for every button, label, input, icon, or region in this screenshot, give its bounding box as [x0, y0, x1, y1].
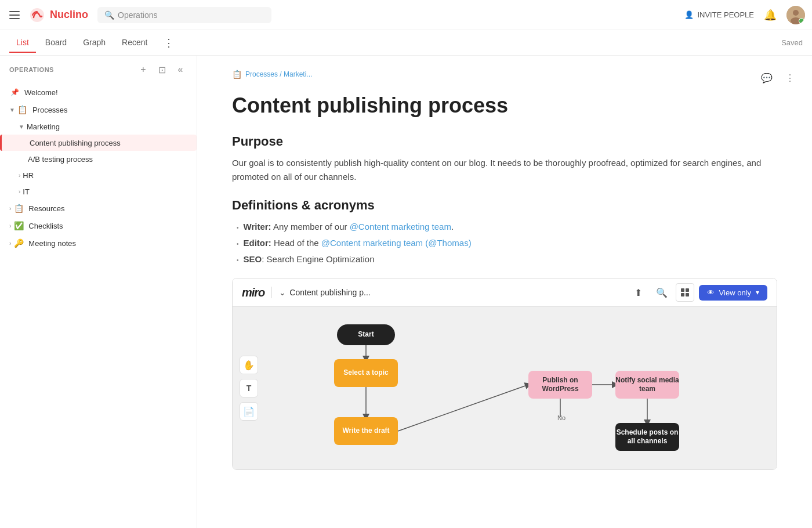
- miro-grid-button[interactable]: [676, 283, 694, 302]
- list-item: • SEO: Search Engine Optimization: [232, 252, 777, 266]
- svg-point-2: [791, 17, 801, 24]
- breadcrumb[interactable]: 📋 Processes / Marketi...: [232, 70, 777, 79]
- invite-people-button[interactable]: 👤 INVITE PEOPLE: [684, 10, 754, 19]
- view-only-button[interactable]: 👁 View only ▾: [699, 285, 767, 301]
- chevron-right-icon: ›: [19, 189, 20, 195]
- miro-toolbar-actions: ⬆ 🔍 👁 View only ▾: [629, 283, 767, 302]
- resources-icon: 📋: [13, 203, 24, 214]
- saved-indicator: Saved: [781, 38, 803, 47]
- tab-board[interactable]: Board: [38, 33, 74, 53]
- sidebar-item-welcome[interactable]: 📌 Welcome!: [0, 84, 197, 101]
- sidebar-item-it[interactable]: › IT: [0, 183, 197, 200]
- chevron-right-icon: ›: [9, 240, 11, 247]
- chevron-right-icon: ›: [19, 172, 20, 179]
- more-options-button[interactable]: ⋮: [782, 70, 798, 86]
- svg-point-1: [793, 10, 799, 16]
- nav-right: 👤 INVITE PEOPLE 🔔: [684, 6, 805, 24]
- miro-canvas: ✋ T 📄: [233, 307, 777, 469]
- sidebar-add-button[interactable]: +: [136, 63, 150, 77]
- flowchart-notify-node: Notify social media team: [615, 371, 679, 399]
- miro-hand-tool[interactable]: ✋: [240, 356, 258, 374]
- miro-text-tool[interactable]: T: [240, 379, 258, 397]
- flowchart-start-node: Start: [337, 324, 395, 345]
- sidebar-item-processes[interactable]: ▼ 📋 Processes: [0, 101, 197, 118]
- processes-icon: 📋: [17, 104, 28, 115]
- chevron-down-icon: ▾: [756, 288, 759, 296]
- flowchart-no-label: No: [557, 414, 566, 421]
- svg-rect-3: [681, 288, 684, 292]
- notifications-button[interactable]: 🔔: [763, 8, 777, 22]
- sidebar-item-marketing[interactable]: ▼ Marketing: [0, 118, 197, 135]
- sidebar-item-content-publishing[interactable]: Content publishing process: [0, 135, 197, 151]
- thomas-link[interactable]: (@Thomas): [425, 238, 471, 248]
- tab-graph[interactable]: Graph: [76, 33, 113, 53]
- sidebar-actions: + ⊡ «: [136, 63, 187, 77]
- miro-sticky-tool[interactable]: 📄: [240, 402, 258, 421]
- user-avatar[interactable]: [786, 6, 805, 24]
- definitions-list: • Writer: Any member of our @Content mar…: [232, 220, 777, 266]
- miro-search-button[interactable]: 🔍: [652, 283, 671, 302]
- sidebar-item-resources[interactable]: › 📋 Resources: [0, 200, 197, 217]
- content-marketing-team-link-1[interactable]: @Content marketing team: [350, 222, 451, 232]
- definitions-heading: Definitions & acronyms: [232, 198, 777, 213]
- miro-left-tools: ✋ T 📄: [240, 356, 258, 421]
- content-area: 💬 ⋮ 📋 Processes / Marketi... Content pub…: [197, 56, 812, 528]
- purpose-text: Our goal is to consistently publish high…: [232, 156, 777, 184]
- logo-text: Nuclino: [50, 9, 88, 21]
- miro-title-area: ⌄ Content publishing p...: [279, 288, 624, 297]
- search-placeholder: Operations: [118, 10, 157, 20]
- view-only-label: View only: [719, 288, 751, 297]
- seo-label: SEO: [244, 254, 262, 264]
- chevron-right-icon: ›: [9, 223, 11, 229]
- list-item: • Writer: Any member of our @Content mar…: [232, 220, 777, 234]
- sidebar-item-meeting-notes[interactable]: › 🔑 Meeting notes: [0, 234, 197, 252]
- logo[interactable]: Nuclino: [28, 6, 88, 24]
- svg-rect-5: [681, 293, 684, 296]
- flowchart-select-topic-node: Select a topic: [334, 359, 398, 387]
- miro-dropdown-chevron[interactable]: ⌄: [279, 288, 286, 297]
- bullet-dot: •: [237, 240, 239, 249]
- sidebar-item-hr[interactable]: › HR: [0, 167, 197, 183]
- eye-icon: 👁: [707, 288, 715, 297]
- tab-bar: List Board Graph Recent ⋮ Saved: [0, 30, 812, 56]
- flowchart-schedule-node: Schedule posts on all channels: [615, 423, 679, 451]
- breadcrumb-icon: 📋: [232, 70, 242, 79]
- sidebar-title: OPERATIONS: [9, 66, 54, 73]
- bullet-dot: •: [237, 223, 239, 233]
- chevron-down-icon: ▼: [19, 124, 24, 130]
- invite-icon: 👤: [684, 10, 694, 19]
- sidebar: OPERATIONS + ⊡ « 📌 Welcome! ▼ 📋 Processe…: [0, 56, 197, 528]
- sidebar-expand-button[interactable]: ⊡: [155, 63, 169, 77]
- search-icon: 🔍: [104, 10, 114, 20]
- chevron-right-icon: ›: [9, 205, 11, 212]
- sidebar-item-checklists[interactable]: › ✅ Checklists: [0, 217, 197, 234]
- comments-button[interactable]: 💬: [759, 70, 775, 86]
- top-nav: Nuclino 🔍 Operations 👤 INVITE PEOPLE 🔔: [0, 0, 812, 30]
- divider: [271, 287, 272, 298]
- flowchart: Start Select a topic Write the draft Pub…: [279, 307, 777, 469]
- content-actions: 💬 ⋮: [759, 70, 798, 86]
- pin-icon: 📌: [9, 87, 20, 97]
- miro-board-title: Content publishing p...: [289, 288, 370, 297]
- sidebar-item-ab-testing[interactable]: A/B testing process: [0, 151, 197, 167]
- checklists-icon: ✅: [13, 220, 24, 231]
- bullet-dot: •: [237, 256, 239, 265]
- purpose-heading: Purpose: [232, 134, 777, 149]
- svg-rect-6: [686, 293, 689, 296]
- tab-list[interactable]: List: [9, 33, 36, 53]
- miro-share-button[interactable]: ⬆: [629, 283, 648, 302]
- meeting-notes-icon: 🔑: [13, 238, 24, 248]
- tabs-more-button[interactable]: ⋮: [159, 32, 179, 54]
- flowchart-write-draft-node: Write the draft: [334, 417, 398, 445]
- sidebar-header: OPERATIONS + ⊡ «: [0, 56, 197, 84]
- sidebar-collapse-button[interactable]: «: [173, 63, 187, 77]
- miro-embed: miro ⌄ Content publishing p... ⬆ 🔍 👁 Vie…: [232, 278, 777, 470]
- tab-recent[interactable]: Recent: [115, 33, 154, 53]
- search-bar[interactable]: 🔍 Operations: [97, 7, 271, 23]
- miro-logo: miro: [242, 286, 264, 299]
- svg-rect-4: [686, 288, 689, 292]
- chevron-down-icon: ▼: [9, 107, 15, 113]
- content-marketing-team-link-2[interactable]: @Content marketing team: [321, 238, 423, 248]
- hamburger-menu[interactable]: [7, 7, 23, 23]
- editor-label: Editor:: [244, 238, 271, 248]
